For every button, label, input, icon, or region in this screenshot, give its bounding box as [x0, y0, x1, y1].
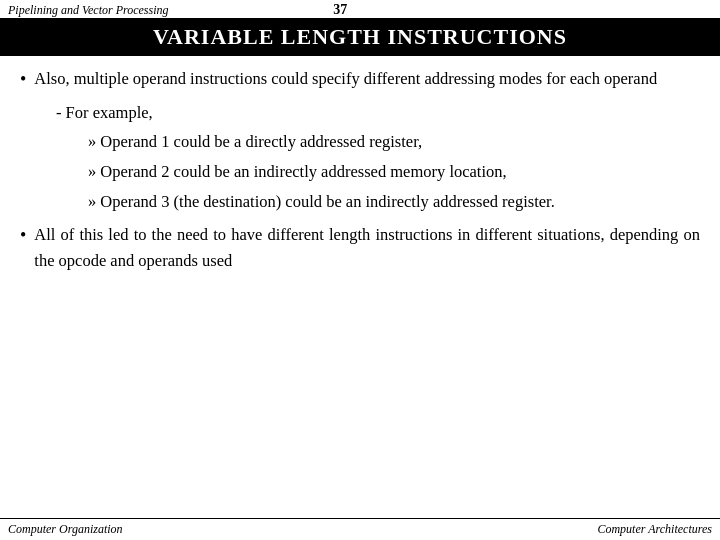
top-bar-left-label: Pipelining and Vector Processing: [8, 3, 169, 18]
slide-number: 37: [333, 2, 347, 18]
slide-content: • Also, multiple operand instructions co…: [0, 56, 720, 518]
bullet-2-symbol: •: [20, 222, 26, 250]
sub1-text: - For example,: [56, 103, 153, 122]
bottom-bar-left: Computer Organization: [8, 522, 123, 537]
bottom-bar: Computer Organization Computer Architect…: [0, 518, 720, 540]
slide-title: VARIABLE LENGTH INSTRUCTIONS: [0, 18, 720, 56]
sub2b-text: Operand 2 could be an indirectly address…: [100, 162, 506, 181]
sub2c-text: Operand 3 (the destination) could be an …: [100, 192, 555, 211]
bullet-2-text: All of this led to the need to have diff…: [34, 222, 700, 273]
sub-level-2b: »Operand 2 could be an indirectly addres…: [88, 159, 700, 185]
slide: Pipelining and Vector Processing 37 VARI…: [0, 0, 720, 540]
bullet-1: • Also, multiple operand instructions co…: [20, 66, 700, 94]
bottom-bar-right: Computer Architectures: [597, 522, 712, 537]
top-bar: Pipelining and Vector Processing 37: [0, 0, 720, 18]
bullet-1-symbol: •: [20, 66, 26, 94]
sub2a-text: Operand 1 could be a directly addressed …: [100, 132, 422, 151]
bullet-1-text: Also, multiple operand instructions coul…: [34, 66, 657, 92]
arrow-2a: »: [88, 132, 96, 151]
arrow-2c: »: [88, 192, 96, 211]
sub-level-2a: »Operand 1 could be a directly addressed…: [88, 129, 700, 155]
bullet-2: • All of this led to the need to have di…: [20, 222, 700, 273]
arrow-2b: »: [88, 162, 96, 181]
sub-level-1: - For example,: [56, 100, 700, 126]
sub-level-2c: »Operand 3 (the destination) could be an…: [88, 189, 700, 215]
